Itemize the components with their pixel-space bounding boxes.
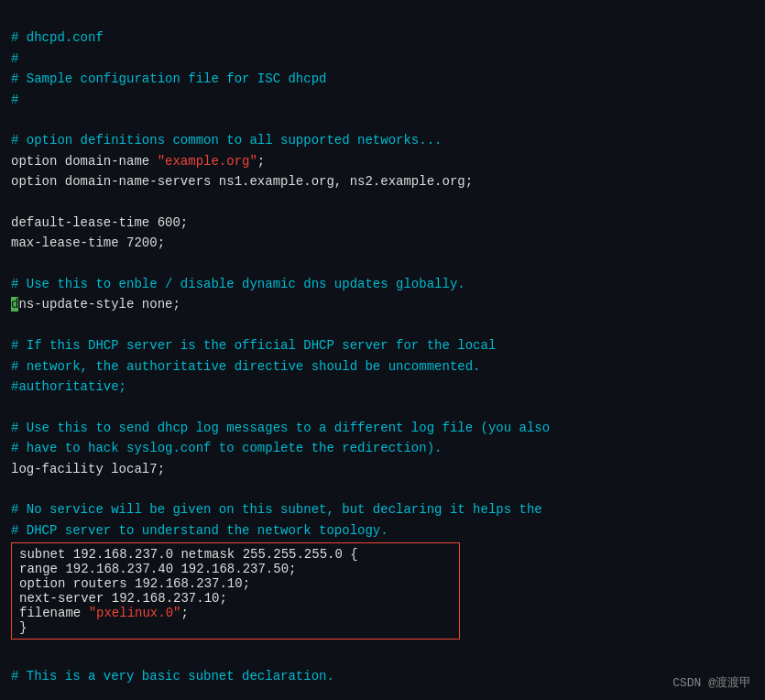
code-content: # dhcpd.conf # # Sample configuration fi… [11, 7, 754, 541]
selection-line-29: option routers 192.168.237.10; [19, 576, 452, 591]
line-21: # have to hack syslog.conf to complete t… [11, 441, 442, 455]
selection-line-28: range 192.168.237.40 192.168.237.50; [19, 562, 452, 576]
code-editor: # dhcpd.conf # # Sample configuration fi… [0, 0, 765, 700]
line-4: # [11, 93, 18, 107]
line-6: # option definitions common to all suppo… [11, 133, 442, 148]
selection-block: subnet 192.168.237.0 netmask 255.255.255… [11, 542, 460, 640]
line-34: # This is a very basic subnet declaratio… [11, 669, 334, 684]
line-1: # dhcpd.conf [11, 30, 104, 45]
line-14: dns-update-style none; [11, 297, 180, 312]
line-20: # Use this to send dhcp log messages to … [11, 421, 550, 435]
line-7: option domain-name "example.org"; [11, 154, 265, 169]
line-16: # If this DHCP server is the official DH… [11, 338, 496, 353]
selection-line-32: } [19, 620, 452, 635]
line-11: max-lease-time 7200; [11, 235, 165, 250]
line-22: log-facility local7; [11, 462, 165, 476]
selection-line-30: next-server 192.168.237.10; [19, 591, 452, 606]
line-18: #authoritative; [11, 379, 126, 394]
code-content-bottom: # This is a very basic subnet declaratio… [11, 645, 754, 700]
line-8: option domain-name-servers ns1.example.o… [11, 174, 473, 189]
cursor: d [11, 297, 18, 312]
line-13: # Use this to enble / disable dynamic dn… [11, 277, 465, 291]
line-17: # network, the authoritative directive s… [11, 359, 480, 374]
line-24: # No service will be given on this subne… [11, 502, 542, 517]
line-10: default-lease-time 600; [11, 215, 188, 230]
watermark: CSDN @渡渡甲 [672, 674, 751, 691]
line-25: # DHCP server to understand the network … [11, 523, 388, 538]
line-3: # Sample configuration file for ISC dhcp… [11, 71, 326, 86]
line-2: # [11, 51, 18, 66]
selection-line-31: filename "pxelinux.0"; [19, 606, 452, 620]
selection-line-27: subnet 192.168.237.0 netmask 255.255.255… [19, 547, 452, 562]
